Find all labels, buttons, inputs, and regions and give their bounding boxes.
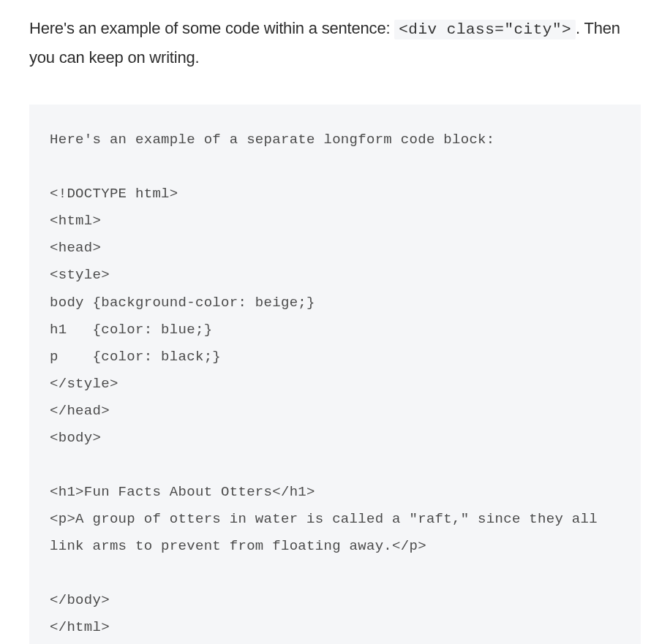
intro-paragraph: Here's an example of some code within a … bbox=[29, 15, 641, 72]
inline-code-snippet: <div class="city"> bbox=[394, 20, 576, 39]
code-block: Here's an example of a separate longform… bbox=[29, 105, 641, 644]
intro-text-before: Here's an example of some code within a … bbox=[29, 19, 394, 37]
